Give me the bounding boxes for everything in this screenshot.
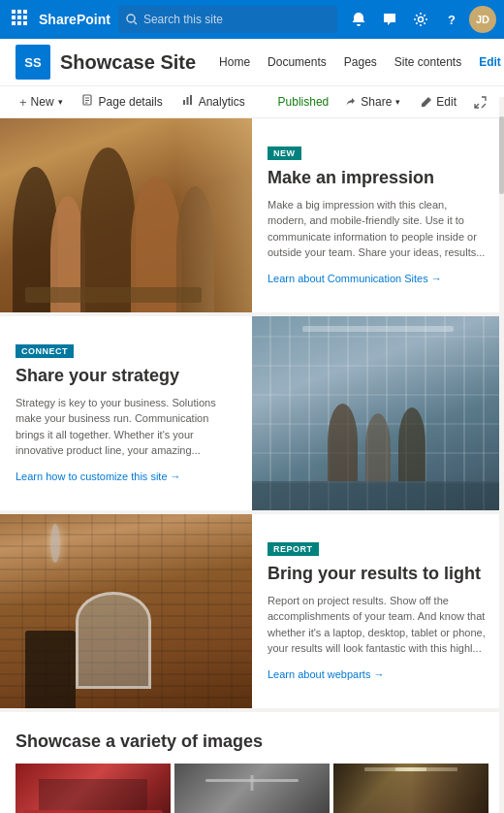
panel-1-image xyxy=(0,118,252,312)
top-bar: SharePoint ? JD xyxy=(0,0,504,39)
showcase-image-1 xyxy=(16,764,171,813)
site-nav: Home Documents Pages Site contents Edit xyxy=(211,51,504,73)
analytics-label: Analytics xyxy=(199,95,245,109)
panel-1-row: NEW Make an impression Make a big impres… xyxy=(0,118,504,312)
top-icons: ? JD xyxy=(345,6,496,33)
showcase-title: Showcase a variety of images xyxy=(16,732,488,752)
page-details-label: Page details xyxy=(99,95,163,109)
help-icon[interactable]: ? xyxy=(438,6,465,33)
nav-edit[interactable]: Edit xyxy=(471,51,504,73)
svg-point-11 xyxy=(419,17,424,22)
panel-1-description: Make a big impression with this clean, m… xyxy=(268,197,488,261)
svg-line-10 xyxy=(134,22,137,25)
nav-documents[interactable]: Documents xyxy=(260,51,334,73)
search-box[interactable] xyxy=(118,6,337,33)
showcase-image-3 xyxy=(333,764,488,813)
nav-home[interactable]: Home xyxy=(211,51,258,73)
chat-icon[interactable] xyxy=(376,6,403,33)
sharepoint-logo: SharePoint xyxy=(39,12,110,27)
svg-rect-4 xyxy=(17,16,21,19)
panel-3-row: REPORT Bring your results to light Repor… xyxy=(0,514,504,708)
site-logo: SS xyxy=(16,45,50,80)
svg-rect-2 xyxy=(23,10,27,14)
edit-label: Edit xyxy=(436,95,457,109)
site-title: Showcase Site xyxy=(60,51,196,74)
waffle-icon[interactable] xyxy=(8,6,31,33)
notifications-icon[interactable] xyxy=(345,6,372,33)
new-label: New xyxy=(31,95,54,109)
toolbar: + New ▾ Page details Analytics Published… xyxy=(0,86,504,118)
showcase-image-2 xyxy=(174,764,330,813)
share-button[interactable]: Share ▾ xyxy=(336,91,408,113)
panel-1-title: Make an impression xyxy=(268,168,488,189)
analytics-icon xyxy=(182,94,195,110)
svg-rect-8 xyxy=(23,21,27,25)
svg-rect-7 xyxy=(17,21,21,25)
settings-icon[interactable] xyxy=(407,6,434,33)
panel-2-image xyxy=(252,316,504,510)
panel-2-description: Strategy is key to your business. Soluti… xyxy=(16,395,236,459)
svg-rect-6 xyxy=(12,21,16,25)
svg-rect-0 xyxy=(12,10,16,14)
panel-2-title: Share your strategy xyxy=(16,366,236,387)
panel-1-text: NEW Make an impression Make a big impres… xyxy=(252,118,504,312)
svg-rect-3 xyxy=(12,16,16,19)
plus-icon: + xyxy=(19,95,27,110)
share-chevron: ▾ xyxy=(395,97,400,107)
panel-3-text: REPORT Bring your results to light Repor… xyxy=(252,514,504,708)
edit-button[interactable]: Edit xyxy=(412,91,464,113)
svg-rect-1 xyxy=(17,10,21,14)
panel-1-tag: NEW xyxy=(268,146,301,160)
panel-2-row: CONNECT Share your strategy Strategy is … xyxy=(0,316,504,510)
image-grid xyxy=(16,764,488,813)
panel-1-link[interactable]: Learn about Communication Sites → xyxy=(268,273,488,284)
svg-rect-16 xyxy=(183,100,185,105)
panel-3-description: Report on project results. Show off the … xyxy=(268,593,488,657)
avatar[interactable]: JD xyxy=(469,6,496,33)
new-button[interactable]: + New ▾ xyxy=(12,91,71,114)
nav-site-contents[interactable]: Site contents xyxy=(387,51,469,73)
share-label: Share xyxy=(361,95,392,109)
panel-3-link[interactable]: Learn about webparts → xyxy=(268,668,488,680)
svg-rect-5 xyxy=(23,16,27,19)
panel-3-image xyxy=(0,514,252,708)
search-input[interactable] xyxy=(143,13,330,26)
svg-rect-18 xyxy=(190,95,192,105)
svg-rect-17 xyxy=(186,97,188,105)
panel-2-text: CONNECT Share your strategy Strategy is … xyxy=(0,316,252,510)
panel-3-tag: REPORT xyxy=(268,542,319,556)
new-chevron: ▾ xyxy=(58,97,63,107)
published-status: Published xyxy=(278,95,330,109)
scrollbar-thumb[interactable] xyxy=(499,116,504,194)
site-header: SS Showcase Site Home Documents Pages Si… xyxy=(0,39,504,86)
page-container: SharePoint ? JD SS Showcase Site xyxy=(0,0,504,813)
showcase-section: Showcase a variety of images xyxy=(0,712,504,813)
panel-3-title: Bring your results to light xyxy=(268,564,488,585)
scrollbar[interactable] xyxy=(499,97,504,813)
panel-2-link[interactable]: Learn how to customize this site → xyxy=(16,471,236,482)
svg-point-9 xyxy=(127,15,135,22)
nav-pages[interactable]: Pages xyxy=(336,51,385,73)
main-content: NEW Make an impression Make a big impres… xyxy=(0,118,504,813)
page-details-button[interactable]: Page details xyxy=(75,90,171,114)
expand-button[interactable] xyxy=(468,92,492,113)
page-details-icon xyxy=(82,94,95,110)
analytics-button[interactable]: Analytics xyxy=(174,90,253,114)
panel-2-tag: CONNECT xyxy=(16,344,74,358)
